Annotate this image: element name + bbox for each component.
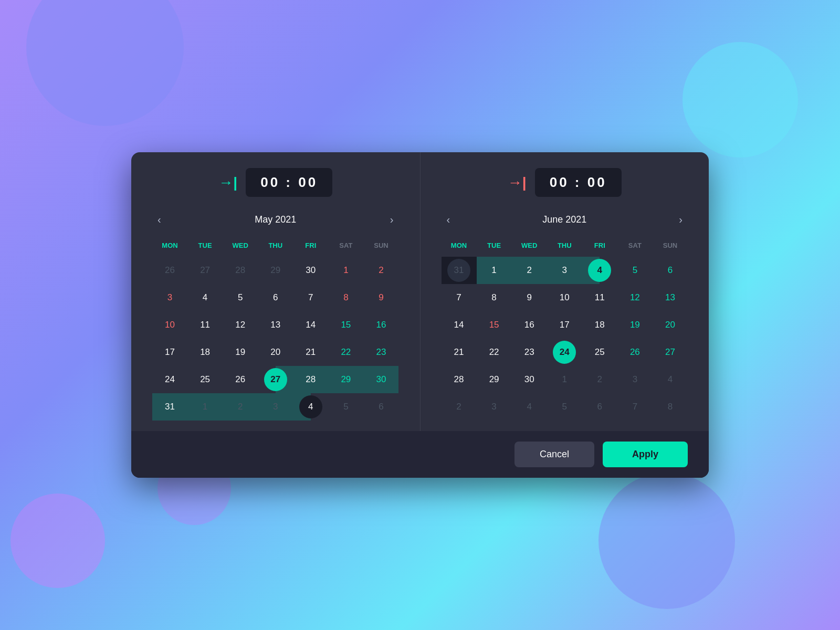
cal-cell-may-25[interactable]: 25 bbox=[187, 366, 223, 393]
cal-cell-may-29-range[interactable]: 29 bbox=[328, 366, 363, 393]
cal-cell-jun-next-4[interactable]: 4 bbox=[512, 393, 547, 421]
cal-cell-may-13[interactable]: 13 bbox=[258, 311, 293, 339]
cancel-button[interactable]: Cancel bbox=[514, 442, 594, 467]
cal-cell-may-30[interactable]: 30 bbox=[293, 257, 328, 284]
cal-cell-jun-23[interactable]: 23 bbox=[512, 339, 547, 366]
cal-cell-may-19[interactable]: 19 bbox=[223, 339, 258, 366]
cal-cell-jun-10[interactable]: 10 bbox=[547, 284, 582, 311]
cal-cell-may-6[interactable]: 6 bbox=[258, 284, 293, 311]
cal-cell-may-1-sat[interactable]: 1 bbox=[328, 257, 363, 284]
cal-cell-jun-1[interactable]: 1 bbox=[477, 257, 512, 284]
cal-cell-jun-next-6[interactable]: 6 bbox=[582, 393, 617, 421]
cal-cell-may-next2[interactable]: 2 bbox=[223, 393, 258, 421]
cal-cell-jun-16[interactable]: 16 bbox=[512, 311, 547, 339]
cal-cell-jun-next-2[interactable]: 2 bbox=[442, 393, 477, 421]
cal-cell-may-17[interactable]: 17 bbox=[152, 339, 187, 366]
left-header-sat: SAT bbox=[328, 237, 363, 254]
cal-cell-may-3[interactable]: 3 bbox=[152, 284, 187, 311]
cal-cell-jun-6-sun[interactable]: 6 bbox=[653, 257, 688, 284]
cal-cell-jun-3[interactable]: 3 bbox=[547, 257, 582, 284]
cal-cell-may-27[interactable]: 27 bbox=[187, 257, 223, 284]
left-header-sun: SUN bbox=[363, 237, 398, 254]
cal-cell-jun-next2[interactable]: 2 bbox=[582, 366, 617, 393]
right-next-button[interactable]: › bbox=[674, 212, 688, 228]
cal-cell-may-27-selected[interactable]: 27 bbox=[258, 366, 293, 393]
cal-cell-jun-11[interactable]: 11 bbox=[582, 284, 617, 311]
cal-cell-may-29[interactable]: 29 bbox=[258, 257, 293, 284]
cal-cell-jun-27-sun[interactable]: 27 bbox=[653, 339, 688, 366]
left-time-header: →| 00 : 00 bbox=[152, 168, 399, 197]
cal-cell-may-24[interactable]: 24 bbox=[152, 366, 187, 393]
left-next-button[interactable]: › bbox=[385, 212, 399, 228]
cal-cell-jun-24-selected[interactable]: 24 bbox=[547, 339, 582, 366]
cal-cell-jun-4-selected[interactable]: 4 bbox=[582, 257, 617, 284]
left-calendar-grid: 26 27 28 29 30 1 2 3 4 5 6 7 8 9 10 11 1… bbox=[152, 257, 399, 421]
cal-cell-may-30-range[interactable]: 30 bbox=[363, 366, 398, 393]
cal-cell-jun-next-8[interactable]: 8 bbox=[653, 393, 688, 421]
cal-cell-may-11[interactable]: 11 bbox=[187, 311, 223, 339]
cal-cell-jun-21[interactable]: 21 bbox=[442, 339, 477, 366]
cal-cell-may-10[interactable]: 10 bbox=[152, 311, 187, 339]
cal-cell-jun-19-sat[interactable]: 19 bbox=[617, 311, 653, 339]
cal-cell-jun-7[interactable]: 7 bbox=[442, 284, 477, 311]
cal-cell-jun-prev31[interactable]: 31 bbox=[442, 257, 477, 284]
cal-cell-may-12[interactable]: 12 bbox=[223, 311, 258, 339]
cal-cell-jun-26-sat[interactable]: 26 bbox=[617, 339, 653, 366]
cal-cell-jun-next-5[interactable]: 5 bbox=[547, 393, 582, 421]
cal-cell-may-28-range[interactable]: 28 bbox=[293, 366, 328, 393]
cal-cell-jun-18[interactable]: 18 bbox=[582, 311, 617, 339]
cal-cell-jun-next3[interactable]: 3 bbox=[617, 366, 653, 393]
cal-cell-jun-28[interactable]: 28 bbox=[442, 366, 477, 393]
cal-cell-may-26[interactable]: 26 bbox=[152, 257, 187, 284]
cal-cell-may-9-sun[interactable]: 9 bbox=[363, 284, 398, 311]
cal-cell-jun-22[interactable]: 22 bbox=[477, 339, 512, 366]
right-arrow-icon: →| bbox=[508, 174, 527, 191]
left-time-display[interactable]: 00 : 00 bbox=[246, 168, 332, 197]
cal-cell-may-4[interactable]: 4 bbox=[187, 284, 223, 311]
left-calendar-panel: →| 00 : 00 ‹ May 2021 › MON TUE WED THU … bbox=[131, 152, 421, 431]
right-header-mon: MON bbox=[442, 237, 477, 254]
cal-cell-may-next6[interactable]: 6 bbox=[363, 393, 398, 421]
cal-cell-may-22-sat[interactable]: 22 bbox=[328, 339, 363, 366]
cal-cell-may-26b[interactable]: 26 bbox=[223, 366, 258, 393]
cal-cell-jun-5-sat[interactable]: 5 bbox=[617, 257, 653, 284]
cal-cell-jun-29[interactable]: 29 bbox=[477, 366, 512, 393]
cal-cell-jun-15-red[interactable]: 15 bbox=[477, 311, 512, 339]
cal-cell-may-next3[interactable]: 3 bbox=[258, 393, 293, 421]
cal-cell-jun-8[interactable]: 8 bbox=[477, 284, 512, 311]
cal-cell-may-20[interactable]: 20 bbox=[258, 339, 293, 366]
cal-cell-may-8-sat[interactable]: 8 bbox=[328, 284, 363, 311]
left-prev-button[interactable]: ‹ bbox=[152, 212, 166, 228]
cal-cell-may-31-range[interactable]: 31 bbox=[152, 393, 187, 421]
cal-cell-jun-25[interactable]: 25 bbox=[582, 339, 617, 366]
cal-cell-jun-next-7[interactable]: 7 bbox=[617, 393, 653, 421]
cal-cell-jun-30[interactable]: 30 bbox=[512, 366, 547, 393]
cal-cell-jun-17[interactable]: 17 bbox=[547, 311, 582, 339]
apply-button[interactable]: Apply bbox=[603, 442, 688, 467]
cal-cell-jun-13-sun[interactable]: 13 bbox=[653, 284, 688, 311]
cal-cell-may-next4[interactable]: 4 bbox=[293, 393, 328, 421]
cal-cell-may-next5[interactable]: 5 bbox=[328, 393, 363, 421]
cal-cell-jun-next1[interactable]: 1 bbox=[547, 366, 582, 393]
cal-cell-may-16-sun[interactable]: 16 bbox=[363, 311, 398, 339]
cal-cell-jun-9[interactable]: 9 bbox=[512, 284, 547, 311]
cal-cell-jun-14[interactable]: 14 bbox=[442, 311, 477, 339]
cal-cell-may-5[interactable]: 5 bbox=[223, 284, 258, 311]
cal-cell-jun-next4[interactable]: 4 bbox=[653, 366, 688, 393]
cal-cell-jun-12-sat[interactable]: 12 bbox=[617, 284, 653, 311]
cal-cell-may-28[interactable]: 28 bbox=[223, 257, 258, 284]
cal-cell-may-15-sat[interactable]: 15 bbox=[328, 311, 363, 339]
cal-cell-may-7[interactable]: 7 bbox=[293, 284, 328, 311]
right-prev-button[interactable]: ‹ bbox=[442, 212, 456, 228]
cal-cell-may-21[interactable]: 21 bbox=[293, 339, 328, 366]
cal-cell-may-14[interactable]: 14 bbox=[293, 311, 328, 339]
cal-cell-jun-20-sun[interactable]: 20 bbox=[653, 311, 688, 339]
cal-cell-may-18[interactable]: 18 bbox=[187, 339, 223, 366]
cal-cell-jun-next-3[interactable]: 3 bbox=[477, 393, 512, 421]
cal-cell-may-next1[interactable]: 1 bbox=[187, 393, 223, 421]
right-time-display[interactable]: 00 : 00 bbox=[535, 168, 622, 197]
cal-cell-may-23-sun[interactable]: 23 bbox=[363, 339, 398, 366]
background-blob-3 bbox=[10, 494, 105, 588]
cal-cell-may-2-sun[interactable]: 2 bbox=[363, 257, 398, 284]
cal-cell-jun-2[interactable]: 2 bbox=[512, 257, 547, 284]
